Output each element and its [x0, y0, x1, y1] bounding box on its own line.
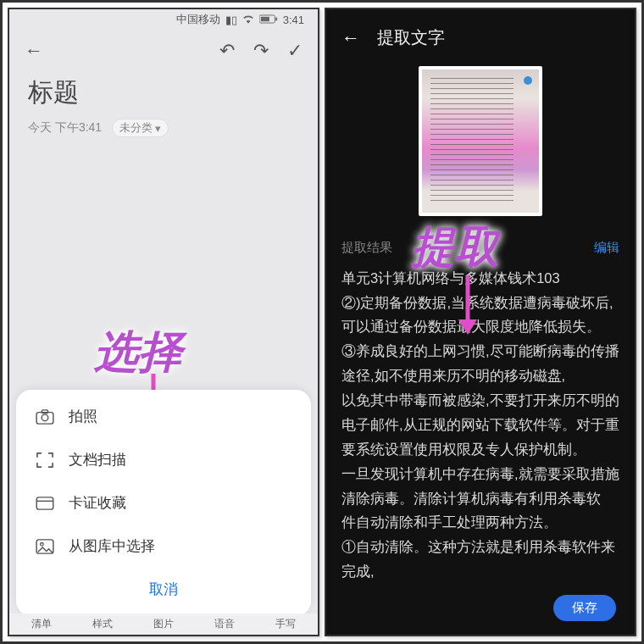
result-header: 提取结果 编辑 — [326, 216, 635, 264]
confirm-button[interactable]: ✓ — [287, 40, 303, 62]
card-icon — [35, 497, 55, 510]
page-title: 提取文字 — [377, 26, 445, 49]
sheet-item-scan[interactable]: 文档扫描 — [16, 438, 311, 481]
notes-editor-screen: 中国移动 ▮▯ 3:41 ← ↶ ↷ ✓ 标题 今天 下午3:41 未分类 ▾ … — [8, 8, 319, 636]
note-meta: 今天 下午3:41 未分类 ▾ — [9, 114, 318, 142]
battery-icon — [259, 14, 278, 26]
result-text[interactable]: 单元3计算机网络与多媒体钱术103 ②)定期备份数据,当系统数据遭病毒破坏后,可… — [326, 264, 635, 635]
redo-button[interactable]: ↷ — [253, 40, 269, 62]
svg-point-6 — [42, 414, 48, 421]
tab-style[interactable]: 样式 — [92, 617, 113, 631]
svg-rect-2 — [275, 17, 277, 20]
page-title[interactable]: 标题 — [9, 72, 318, 114]
ocr-topbar: ← 提取文字 — [326, 9, 635, 66]
sheet-item-card[interactable]: 卡证收藏 — [16, 481, 311, 525]
signal-icon: ▮▯ — [225, 14, 237, 26]
wifi-icon — [242, 14, 254, 26]
scanned-page-thumbnail[interactable] — [419, 66, 542, 216]
tab-image[interactable]: 图片 — [153, 617, 174, 631]
annotation-choose: 选择 — [94, 323, 182, 382]
undo-button[interactable]: ↶ — [219, 40, 235, 62]
sheet-item-label: 拍照 — [69, 407, 97, 426]
svg-rect-8 — [36, 497, 53, 508]
svg-rect-7 — [42, 409, 47, 413]
sheet-item-label: 卡证收藏 — [69, 493, 126, 513]
tag-label: 未分类 — [119, 120, 153, 136]
editor-topbar: ← ↶ ↷ ✓ — [9, 30, 318, 72]
sheet-item-camera[interactable]: 拍照 — [16, 395, 311, 438]
back-button[interactable]: ← — [341, 27, 360, 49]
edit-button[interactable]: 编辑 — [594, 240, 619, 256]
sheet-item-gallery[interactable]: 从图库中选择 — [16, 525, 311, 568]
tab-voice[interactable]: 语音 — [214, 617, 235, 631]
chevron-down-icon: ▾ — [155, 122, 161, 135]
note-timestamp: 今天 下午3:41 — [28, 120, 102, 136]
result-label: 提取结果 — [341, 240, 392, 256]
svg-rect-1 — [261, 16, 269, 21]
sheet-cancel-button[interactable]: 取消 — [16, 568, 311, 611]
sheet-item-label: 从图库中选择 — [69, 536, 155, 556]
svg-point-11 — [41, 542, 44, 546]
carrier-label: 中国移动 — [176, 12, 220, 27]
status-time: 3:41 — [283, 14, 304, 26]
save-button[interactable]: 保存 — [553, 595, 616, 621]
editor-toolbar: 清单 样式 图片 语音 手写 — [9, 613, 318, 635]
scan-icon — [35, 452, 55, 469]
back-button[interactable]: ← — [25, 40, 43, 62]
tab-handwrite[interactable]: 手写 — [275, 617, 296, 631]
statusbar-left: 中国移动 ▮▯ 3:41 — [9, 9, 318, 30]
action-sheet: 拍照 文档扫描 卡证收藏 从图库中选择 取消 — [16, 390, 311, 616]
camera-icon — [35, 409, 55, 425]
sheet-item-label: 文档扫描 — [69, 450, 126, 469]
tab-list[interactable]: 清单 — [31, 617, 52, 631]
tag-chip[interactable]: 未分类 ▾ — [112, 119, 169, 137]
gallery-icon — [35, 539, 55, 554]
ocr-result-screen: ← 提取文字 提取 提取结果 编辑 单元3计算机网络与多媒体钱术103 ②)定期… — [325, 8, 636, 636]
